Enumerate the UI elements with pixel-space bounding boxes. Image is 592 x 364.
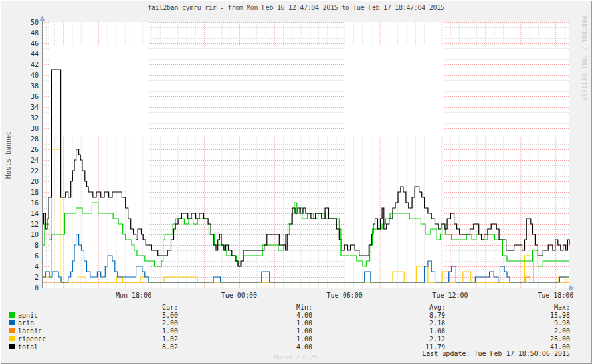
legend-value: 1.00 [251,335,312,343]
y-tick-label: 26 [21,146,39,153]
legend-value: 1.08 [384,327,445,335]
legend-name-apnic: apnic [18,312,38,319]
legend-value: 1.00 [251,327,312,335]
y-tick-label: 32 [21,114,39,122]
legend-value: 15.98 [509,312,570,319]
y-tick-label: 12 [21,221,39,228]
y-tick-label: 6 [21,252,39,260]
legend-name-total: total [18,343,38,351]
x-tick-label: Tue 00:00 [213,292,266,299]
legend-header: Min: [251,304,312,311]
last-update-text: Last update: Tue Feb 17 18:50:06 2015 [371,350,570,357]
y-tick-label: 42 [21,61,39,68]
y-tick-label: 48 [21,29,39,37]
x-tick-label: Mon 18:00 [107,292,160,299]
graph-title: fail2ban cymru rir - from Mon Feb 16 12:… [0,4,592,11]
y-tick-label: 38 [21,82,39,90]
legend-header: Avg: [384,304,445,311]
y-tick-label: 22 [21,167,39,175]
y-tick-label: 44 [21,50,39,58]
y-axis-title: Hosts banned [5,122,14,188]
legend-value: 5.00 [117,312,178,319]
legend-value: 26.00 [509,335,570,343]
y-tick-label: 10 [21,231,39,238]
legend-value: 2.00 [509,327,570,335]
legend-value: 2.18 [384,319,445,327]
legend-name-lacnic: lacnic [18,327,42,335]
legend-value: 4.00 [251,343,312,351]
legend-value: 1.00 [117,327,178,335]
x-tick-label: Tue 18:00 [529,292,582,299]
y-tick-label: 28 [21,136,39,143]
rrdtool-watermark: RRDTOOL / TOBI OETIKER [581,16,587,101]
legend-value: 2.00 [117,319,178,327]
legend-swatch-arin [9,320,15,325]
y-tick-label: 2 [21,274,39,281]
y-tick-label: 30 [21,125,39,132]
x-tick-label: Tue 12:00 [423,292,476,299]
y-tick-label: 18 [21,189,39,196]
legend-value: 8.79 [384,312,445,319]
y-tick-label: 36 [21,93,39,100]
y-tick-label: 24 [21,157,39,164]
legend-swatch-apnic [9,312,15,318]
legend-header: Cur: [117,304,178,311]
y-tick-label: 16 [21,199,39,207]
y-tick-label: 0 [21,284,39,292]
legend-header: Max: [509,304,570,311]
munin-graph: fail2ban cymru rir - from Mon Feb 16 12:… [0,0,592,364]
legend-value: 1.02 [117,335,178,343]
plot-background [42,22,569,288]
y-tick-label: 46 [21,40,39,47]
legend-swatch-lacnic [9,328,15,333]
y-tick-label: 50 [21,19,39,26]
legend-value: 1.00 [251,319,312,327]
legend-name-arin: arin [18,319,34,327]
y-axis-arrow-icon [40,15,45,21]
x-axis-arrow-icon [569,286,575,291]
legend-swatch-total [9,344,15,349]
y-tick-label: 20 [21,178,39,185]
legend-value: 2.12 [384,335,445,343]
legend-value: 9.98 [509,319,570,327]
legend-swatch-ripencc [9,336,15,341]
y-tick-label: 8 [21,242,39,249]
legend-name-ripencc: ripencc [18,335,46,343]
munin-version-text: Munin 2.0.25 [256,354,336,361]
y-tick-label: 40 [21,72,39,79]
y-tick-label: 34 [21,104,39,111]
legend-value: 8.02 [117,343,178,351]
y-tick-label: 14 [21,210,39,217]
x-tick-label: Tue 06:00 [318,292,371,299]
y-tick-label: 4 [21,263,39,270]
legend-value: 4.00 [251,312,312,319]
